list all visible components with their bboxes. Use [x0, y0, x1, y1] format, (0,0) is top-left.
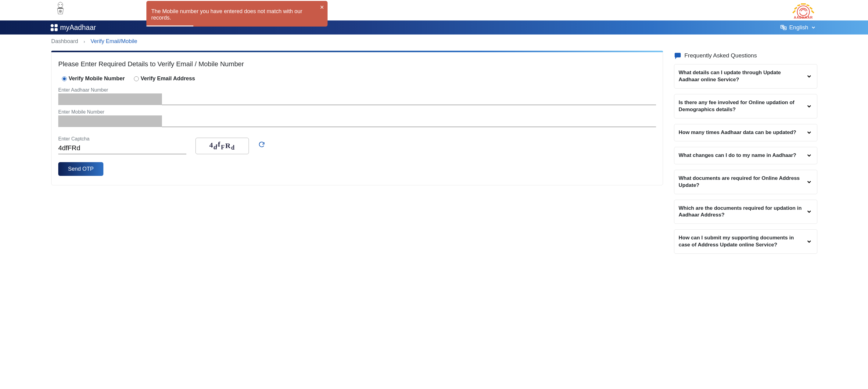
alert-text: The Mobile number you have entered does …	[151, 8, 315, 21]
faq-item[interactable]: How can I submit my supporting documents…	[674, 229, 817, 254]
faq-item[interactable]: What details can I update through Update…	[674, 64, 817, 88]
svg-point-0	[58, 2, 63, 8]
faq-item-text: What changes can I do to my name in Aadh…	[679, 152, 796, 158]
chevron-down-icon	[806, 103, 812, 109]
faq-item[interactable]: Is there any fee involved for Online upd…	[674, 94, 817, 118]
aadhaar-logo-icon: AADHAAR	[790, 2, 816, 19]
faq-item[interactable]: What documents are required for Online A…	[674, 170, 817, 194]
radio-verify-email-label: Verify Email Address	[141, 76, 195, 82]
chevron-down-icon	[806, 152, 812, 159]
radio-verify-mobile[interactable]: Verify Mobile Number	[62, 76, 125, 82]
label-aadhaar: Enter Aadhaar Number	[58, 87, 656, 93]
faq-item[interactable]: Which are the documents required for upd…	[674, 200, 817, 224]
faq-column: ? Frequently Asked Questions What detail…	[674, 52, 817, 259]
faq-item-text: What details can I update through Update…	[679, 70, 781, 82]
top-strip: AADHAAR The Mobile number you have enter…	[0, 0, 868, 21]
breadcrumb: Dashboard › Verify Email/Mobile	[0, 34, 868, 48]
faq-heading: ? Frequently Asked Questions	[674, 52, 817, 59]
faq-item[interactable]: What changes can I do to my name in Aadh…	[674, 147, 817, 164]
aadhaar-input-underline[interactable]	[162, 93, 656, 105]
language-label: English	[789, 24, 808, 31]
chevron-down-icon	[806, 209, 812, 215]
faq-item-text: How many times Aadhaar data can be updat…	[679, 130, 796, 135]
brand[interactable]: myAadhaar	[51, 24, 96, 32]
radio-verify-email-input[interactable]	[134, 76, 139, 81]
chevron-down-icon	[806, 239, 812, 245]
svg-point-2	[61, 4, 62, 5]
captcha-input[interactable]	[58, 142, 186, 154]
faq-title: Frequently Asked Questions	[684, 52, 757, 59]
mobile-input-redacted[interactable]	[58, 115, 162, 127]
radio-verify-mobile-input[interactable]	[62, 76, 67, 81]
radio-verify-email[interactable]: Verify Email Address	[134, 76, 195, 82]
aadhaar-input-redacted[interactable]	[58, 93, 162, 105]
nav-bar: myAadhaar English	[0, 21, 868, 34]
mobile-input-underline[interactable]	[162, 115, 656, 127]
language-selector[interactable]: English	[780, 24, 816, 31]
send-otp-button[interactable]: Send OTP	[58, 162, 103, 176]
label-captcha: Enter Captcha	[58, 136, 186, 142]
card-accent	[51, 51, 663, 52]
emblem-icon	[55, 2, 66, 15]
breadcrumb-root[interactable]: Dashboard	[51, 38, 78, 45]
close-icon[interactable]: ×	[320, 4, 324, 11]
verify-card: Please Enter Required Details to Verify …	[51, 52, 663, 185]
svg-text:AADHAAR: AADHAAR	[794, 16, 813, 19]
svg-point-1	[59, 4, 60, 5]
govt-emblem	[53, 2, 67, 19]
grid-icon	[51, 24, 58, 31]
captcha-image: 4dfFRd	[195, 138, 249, 154]
chevron-down-icon	[806, 73, 812, 79]
chevron-down-icon	[806, 179, 812, 185]
verify-type-radio-group: Verify Mobile Number Verify Email Addres…	[58, 76, 656, 82]
alert-progress	[146, 25, 193, 27]
mobile-input-wrap	[58, 115, 656, 127]
faq-item-text: Which are the documents required for upd…	[679, 205, 802, 218]
chevron-down-icon	[811, 25, 816, 30]
translate-icon	[780, 24, 787, 31]
faq-item-text: How can I submit my supporting documents…	[679, 235, 794, 248]
card-title: Please Enter Required Details to Verify …	[58, 60, 656, 68]
faq-icon: ?	[674, 52, 681, 59]
breadcrumb-current: Verify Email/Mobile	[91, 38, 137, 45]
faq-item-text: What documents are required for Online A…	[679, 175, 800, 188]
faq-item[interactable]: How many times Aadhaar data can be updat…	[674, 124, 817, 141]
label-mobile: Enter Mobile Number	[58, 109, 656, 115]
radio-verify-mobile-label: Verify Mobile Number	[69, 76, 125, 82]
faq-item-text: Is there any fee involved for Online upd…	[679, 100, 795, 112]
brand-text: myAadhaar	[60, 24, 96, 32]
aadhaar-input-wrap	[58, 93, 656, 105]
error-alert: The Mobile number you have entered does …	[146, 1, 328, 27]
svg-text:?: ?	[677, 53, 679, 57]
aadhaar-logo: AADHAAR	[790, 2, 816, 19]
refresh-icon[interactable]	[258, 141, 265, 148]
chevron-down-icon	[806, 130, 812, 136]
breadcrumb-separator: ›	[84, 39, 85, 44]
